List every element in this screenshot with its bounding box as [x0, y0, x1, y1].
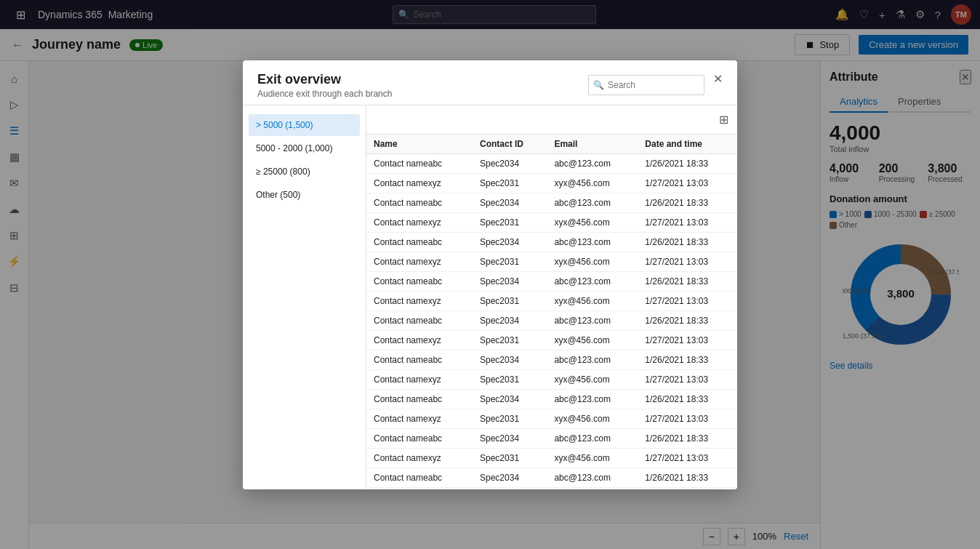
- table-cell-3-0: Contact namexyz: [366, 212, 473, 232]
- table-cell-1-3: 1/27/2021 13:03: [638, 173, 737, 193]
- table-cell-6-1: Spec2034: [473, 271, 547, 291]
- table-cell-4-0: Contact nameabc: [366, 232, 473, 252]
- table-row: Contact nameabcSpec2034abc@123.com1/26/2…: [366, 350, 737, 369]
- segment-item-2[interactable]: ≥ 25000 (800): [249, 161, 360, 183]
- table-cell-9-1: Spec2031: [473, 330, 547, 350]
- table-cell-8-3: 1/26/2021 18:33: [638, 310, 737, 330]
- modal-segments: > 5000 (1,500) 5000 - 2000 (1,000) ≥ 250…: [243, 105, 366, 489]
- col-header-email: Email: [547, 135, 638, 154]
- table-cell-10-0: Contact nameabc: [366, 350, 473, 369]
- table-cell-6-2: abc@123.com: [547, 271, 638, 291]
- table-row: Contact nameabcSpec2034abc@123.com1/26/2…: [366, 468, 737, 487]
- modal-title: Exit overview: [257, 72, 392, 87]
- segment-item-3[interactable]: Other (500): [249, 184, 360, 206]
- segment-item-1[interactable]: 5000 - 2000 (1,000): [249, 137, 360, 159]
- table-cell-16-3: 1/26/2021 18:33: [638, 468, 737, 487]
- table-row: Contact namexyzSpec2031xyx@456.com1/27/2…: [366, 330, 737, 350]
- table-cell-7-2: xyx@456.com: [547, 291, 638, 310]
- table-row: Contact nameabcSpec2034abc@123.com1/26/2…: [366, 153, 737, 173]
- table-cell-3-1: Spec2031: [473, 212, 547, 232]
- table-cell-2-3: 1/26/2021 18:33: [638, 193, 737, 212]
- table-cell-17-0: Contact namexyz: [366, 487, 473, 489]
- table-header: Name Contact ID Email Date and time: [366, 135, 737, 154]
- audience-table: Name Contact ID Email Date and time Cont…: [366, 135, 737, 489]
- table-cell-16-2: abc@123.com: [547, 468, 638, 487]
- table-cell-1-0: Contact namexyz: [366, 173, 473, 193]
- table-cell-17-3: 1/27/2021 13:03: [638, 487, 737, 489]
- segment-item-0[interactable]: > 5000 (1,500): [249, 114, 360, 136]
- table-cell-12-2: abc@123.com: [547, 389, 638, 409]
- table-row: Contact namexyzSpec2031xyx@456.com1/27/2…: [366, 369, 737, 389]
- table-cell-9-0: Contact namexyz: [366, 330, 473, 350]
- table-cell-14-3: 1/26/2021 18:33: [638, 428, 737, 448]
- modal-body: > 5000 (1,500) 5000 - 2000 (1,000) ≥ 250…: [243, 105, 737, 489]
- table-cell-11-2: xyx@456.com: [547, 369, 638, 389]
- table-row: Contact nameabcSpec2034abc@123.com1/26/2…: [366, 389, 737, 409]
- table-cell-17-1: Spec2031: [473, 487, 547, 489]
- modal-table-toolbar: ⊞: [366, 105, 737, 135]
- table-cell-13-1: Spec2031: [473, 409, 547, 428]
- table-cell-14-1: Spec2034: [473, 428, 547, 448]
- table-cell-0-2: abc@123.com: [547, 153, 638, 173]
- table-cell-10-1: Spec2034: [473, 350, 547, 369]
- table-body: Contact nameabcSpec2034abc@123.com1/26/2…: [366, 153, 737, 489]
- table-cell-4-1: Spec2034: [473, 232, 547, 252]
- table-cell-8-1: Spec2034: [473, 310, 547, 330]
- table-cell-8-2: abc@123.com: [547, 310, 638, 330]
- col-header-contactid: Contact ID: [473, 135, 547, 154]
- table-cell-8-0: Contact nameabc: [366, 310, 473, 330]
- col-header-datetime: Date and time: [638, 135, 737, 154]
- table-row: Contact namexyzSpec2031xyx@456.com1/27/2…: [366, 448, 737, 468]
- table-cell-4-3: 1/26/2021 18:33: [638, 232, 737, 252]
- table-cell-14-0: Contact nameabc: [366, 428, 473, 448]
- table-cell-4-2: abc@123.com: [547, 232, 638, 252]
- table-columns-icon[interactable]: ⊞: [719, 113, 728, 127]
- table-cell-16-1: Spec2034: [473, 468, 547, 487]
- table-cell-0-3: 1/26/2021 18:33: [638, 153, 737, 173]
- modal-search-input[interactable]: [588, 75, 704, 95]
- table-cell-2-0: Contact nameabc: [366, 193, 473, 212]
- table-cell-0-1: Spec2034: [473, 153, 547, 173]
- table-row: Contact nameabcSpec2034abc@123.com1/26/2…: [366, 193, 737, 212]
- table-row: Contact namexyzSpec2031xyx@456.com1/27/2…: [366, 409, 737, 428]
- table-row: Contact nameabcSpec2034abc@123.com1/26/2…: [366, 428, 737, 448]
- table-cell-7-1: Spec2031: [473, 291, 547, 310]
- exit-overview-modal: Exit overview Audience exit through each…: [243, 60, 737, 489]
- table-wrap: Name Contact ID Email Date and time Cont…: [366, 135, 737, 489]
- table-cell-3-3: 1/27/2021 13:03: [638, 212, 737, 232]
- table-cell-15-1: Spec2031: [473, 448, 547, 468]
- table-row: Contact nameabcSpec2034abc@123.com1/26/2…: [366, 310, 737, 330]
- table-cell-7-0: Contact namexyz: [366, 291, 473, 310]
- table-cell-6-0: Contact nameabc: [366, 271, 473, 291]
- modal-subtitle: Audience exit through each branch: [257, 89, 392, 99]
- table-cell-15-2: xyx@456.com: [547, 448, 638, 468]
- modal-close-button[interactable]: ✕: [713, 72, 723, 86]
- table-cell-5-0: Contact namexyz: [366, 252, 473, 271]
- table-cell-9-3: 1/27/2021 13:03: [638, 330, 737, 350]
- table-cell-15-0: Contact namexyz: [366, 448, 473, 468]
- table-cell-2-1: Spec2034: [473, 193, 547, 212]
- col-header-name: Name: [366, 135, 473, 154]
- table-cell-16-0: Contact nameabc: [366, 468, 473, 487]
- table-cell-6-3: 1/26/2021 18:33: [638, 271, 737, 291]
- table-cell-12-3: 1/26/2021 18:33: [638, 389, 737, 409]
- table-cell-12-1: Spec2034: [473, 389, 547, 409]
- modal-header: Exit overview Audience exit through each…: [243, 60, 737, 105]
- table-cell-7-3: 1/27/2021 13:03: [638, 291, 737, 310]
- table-cell-11-0: Contact namexyz: [366, 369, 473, 389]
- table-cell-5-3: 1/27/2021 13:03: [638, 252, 737, 271]
- table-row: Contact nameabcSpec2034abc@123.com1/26/2…: [366, 271, 737, 291]
- table-cell-14-2: abc@123.com: [547, 428, 638, 448]
- table-cell-10-3: 1/26/2021 18:33: [638, 350, 737, 369]
- table-cell-15-3: 1/27/2021 13:03: [638, 448, 737, 468]
- table-cell-1-1: Spec2031: [473, 173, 547, 193]
- table-cell-11-1: Spec2031: [473, 369, 547, 389]
- table-row: Contact namexyzSpec2031xyx@456.com1/27/2…: [366, 487, 737, 489]
- table-cell-1-2: xyx@456.com: [547, 173, 638, 193]
- modal-search-icon: 🔍: [593, 80, 604, 90]
- table-cell-11-3: 1/27/2021 13:03: [638, 369, 737, 389]
- overlay: Exit overview Audience exit through each…: [0, 0, 980, 549]
- table-cell-12-0: Contact nameabc: [366, 389, 473, 409]
- table-cell-0-0: Contact nameabc: [366, 153, 473, 173]
- table-cell-2-2: abc@123.com: [547, 193, 638, 212]
